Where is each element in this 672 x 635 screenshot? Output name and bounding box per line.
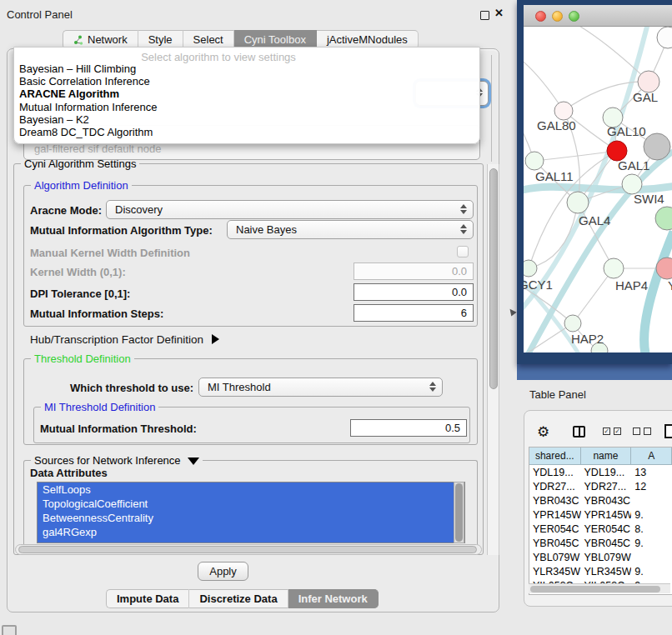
mi-type-value: Naive Bayes (236, 223, 297, 236)
attributes-scrollbar[interactable] (454, 482, 464, 543)
algorithm-option[interactable]: Dream8 DC_TDC Algorithm (19, 126, 153, 138)
table-row[interactable]: YER054CYER054C8. (529, 522, 672, 536)
data-attributes-list[interactable]: SelfLoopsTopologicalCoefficientBetweenne… (37, 482, 465, 543)
panel-title: Control Panel (7, 8, 73, 21)
node-label: Y (668, 278, 672, 292)
table-horizontal-scrollbar[interactable] (529, 583, 670, 593)
table-cell: YDR27... (581, 479, 632, 493)
kernel-width-input[interactable] (354, 262, 474, 280)
attribute-item[interactable]: TopologicalCoefficient (38, 497, 464, 511)
mi-threshold-input[interactable] (350, 419, 467, 437)
unchecked-boxes-icon[interactable] (633, 428, 651, 435)
node-label: GAL10 (607, 124, 646, 138)
bottom-tab-bar: Impute DataDiscretize DataInfer Network (106, 589, 379, 608)
tab-label: jActiveMNodules (327, 33, 408, 46)
table-cell: YLR345W (529, 564, 581, 578)
node-table[interactable]: shared...nameAYDL19...YDL19...13YDR27...… (529, 447, 672, 595)
algorithm-option[interactable]: Basic Correlation Inference (19, 75, 150, 88)
close-icon[interactable]: ✕ (494, 7, 504, 19)
network-node-gal80[interactable] (554, 102, 573, 120)
table-row[interactable]: YPR145WYPR145W9. (529, 508, 672, 522)
threshold-definition-title: Threshold Definition (31, 352, 134, 365)
float-window-icon[interactable] (480, 11, 489, 20)
hub-definition-label: Hub/Transcription Factor Definition (30, 333, 203, 346)
network-node[interactable] (657, 27, 672, 48)
settings-horizontal-scrollbar[interactable] (15, 544, 482, 555)
split-columns-icon[interactable] (573, 426, 585, 438)
node-label: HAP4 (615, 278, 648, 292)
table-row[interactable]: YBL079WYBL079W (529, 550, 672, 564)
network-node[interactable] (655, 207, 672, 230)
node-label: GCY1 (524, 278, 553, 292)
tab-impute-data[interactable]: Impute Data (106, 589, 189, 608)
table-cell: YBR045C (581, 536, 632, 550)
table-cell: YLR345W (581, 564, 632, 578)
table-row[interactable]: YDL19...YDL19...13 (529, 465, 672, 479)
network-node-gal4[interactable] (567, 192, 589, 213)
dpi-tolerance-input[interactable] (354, 283, 474, 301)
tab-discretize-data[interactable]: Discretize Data (189, 589, 288, 608)
network-canvas[interactable]: GALGAL80GAL10GAL1GAL11SWI4GAL4GCY1HAP4YH… (524, 27, 672, 352)
node-label: HAP2 (571, 332, 604, 346)
column-header[interactable]: A (631, 448, 672, 465)
algorithm-option[interactable]: ARACNE Algorithm (19, 88, 119, 100)
document-icon[interactable] (664, 424, 672, 438)
network-node[interactable] (644, 133, 670, 160)
zoom-traffic-light[interactable] (569, 11, 579, 22)
network-node-gcy1[interactable] (524, 260, 537, 277)
manual-kernel-checkbox[interactable] (457, 246, 469, 258)
table-row[interactable]: YLR345WYLR345W9. (529, 564, 672, 578)
table-row[interactable]: YBR043CYBR043C (529, 493, 672, 508)
mouse-cursor (507, 307, 516, 316)
combo-arrows-icon (429, 382, 436, 392)
network-node-hap2[interactable] (564, 315, 581, 332)
table-cell: YBL079W (529, 550, 581, 564)
which-threshold-label: Which threshold to use: (70, 382, 193, 394)
aracne-mode-select[interactable]: Discovery (106, 200, 474, 219)
sources-title[interactable]: Sources for Network Inference (31, 454, 203, 467)
table-cell: 9. (631, 564, 672, 578)
algorithm-option[interactable]: Mutual Information Inference (19, 101, 157, 113)
table-cell (631, 493, 672, 508)
network-node-gal11[interactable] (525, 152, 544, 170)
column-header[interactable]: shared... (529, 448, 581, 465)
tab-infer-network[interactable]: Infer Network (288, 589, 379, 608)
column-header[interactable]: name (581, 448, 632, 465)
mi-type-label: Mutual Information Algorithm Type: (30, 224, 213, 237)
table-cell: YDR27... (529, 479, 581, 493)
algorithm-option[interactable]: Bayesian – Hill Climbing (19, 62, 136, 75)
node-label: GAL11 (535, 169, 574, 183)
table-cell: YBL079W (581, 550, 632, 564)
close-traffic-light[interactable] (535, 11, 546, 22)
mi-threshold-label: Mutual Information Threshold: (40, 422, 197, 435)
attribute-item[interactable]: BetweennessCentrality (38, 511, 464, 525)
minimize-traffic-light[interactable] (552, 11, 563, 22)
group-border-fragment (491, 55, 492, 162)
node-label: GAL1 (618, 158, 649, 172)
apply-button[interactable]: Apply (198, 562, 248, 581)
mi-steps-input[interactable] (354, 304, 474, 322)
table-row[interactable]: YBR045CYBR045C9. (529, 536, 672, 550)
mi-algorithm-type-select[interactable]: Naive Bayes (227, 220, 474, 239)
aracne-mode-label: Aracne Mode: (30, 204, 102, 217)
data-attributes-label: Data Attributes (30, 467, 108, 479)
which-threshold-select[interactable]: MI Threshold (198, 378, 443, 397)
table-cell: YPR145W (529, 508, 581, 522)
settings-vertical-scrollbar[interactable] (487, 164, 499, 555)
network-node-hap4[interactable] (604, 258, 624, 278)
mi-threshold-title: MI Threshold Definition (41, 401, 158, 413)
attribute-item[interactable]: SelfLoops (38, 482, 464, 497)
minimized-panel-icon[interactable] (2, 625, 17, 635)
algorithm-option[interactable]: Bayesian – K2 (19, 113, 89, 126)
table-panel-title: Table Panel (529, 388, 586, 401)
tab-label: Cyni Toolbox (244, 33, 306, 46)
combo-arrows-icon (460, 224, 467, 234)
attribute-item[interactable]: gal4RGexp (38, 525, 464, 539)
table-cell: 9. (631, 536, 672, 550)
node-label: GAL4 (579, 213, 610, 228)
tab-label: Style (148, 33, 173, 46)
table-row[interactable]: YDR27...YDR27...12 (529, 479, 672, 493)
checked-boxes-icon[interactable]: ✓✓ (603, 428, 621, 435)
gear-icon[interactable]: ⚙ (537, 423, 549, 441)
hub-definition-toggle[interactable]: Hub/Transcription Factor Definition (30, 333, 219, 346)
